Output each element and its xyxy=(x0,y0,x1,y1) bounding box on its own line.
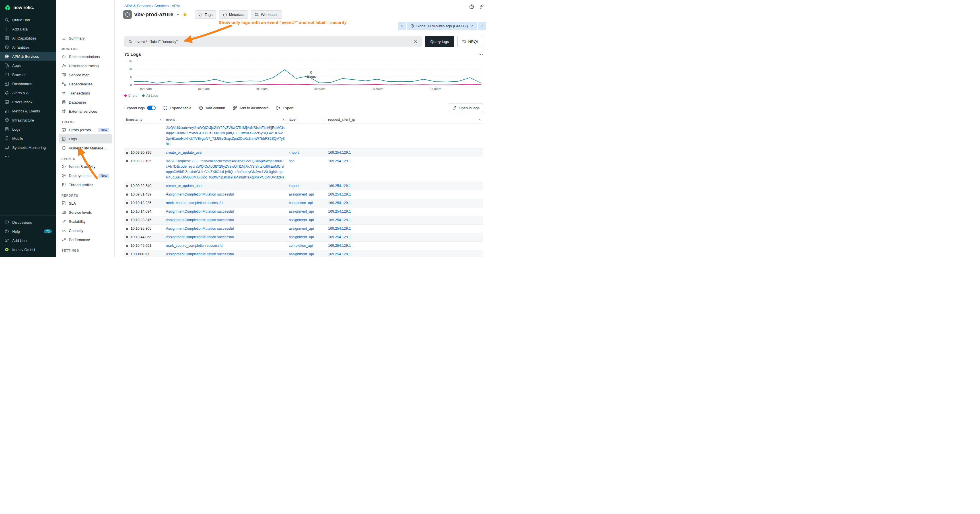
clear-query-icon[interactable] xyxy=(414,40,418,44)
event-link[interactable]: create_or_update_user xyxy=(166,184,203,188)
event-link[interactable]: mark_course_completion successful xyxy=(166,243,223,248)
remove-column-icon[interactable] xyxy=(321,118,325,121)
global-nav-item-alerts-ai[interactable]: Alerts & AI xyxy=(0,88,56,97)
log-row[interactable]: 10:10:44.066AssignmentCompletionMutation… xyxy=(124,233,483,242)
sidebar-item-recommendations[interactable]: Recommendations xyxy=(59,52,112,61)
log-query-input[interactable]: event:* -"label":"security" xyxy=(124,36,422,47)
label-link[interactable]: assignment_api xyxy=(289,193,314,196)
query-logs-button[interactable]: Query logs xyxy=(425,36,454,47)
workloads-button[interactable]: Workloads xyxy=(251,10,282,19)
new-relic-logo[interactable]: new relic. xyxy=(0,0,56,15)
column-header-request-client-ip[interactable]: request_client_ip xyxy=(326,115,483,124)
log-row[interactable]: 10:09:22.196<ASGIRequest: GET '/sso/call… xyxy=(124,157,483,182)
global-nav-item-apps[interactable]: Apps xyxy=(0,61,56,70)
help-circle-icon[interactable] xyxy=(469,4,474,10)
label-link[interactable]: import xyxy=(289,151,299,154)
sidebar-item-errors-errors-inb[interactable]: Errors (errors inb...New xyxy=(59,125,112,134)
label-link[interactable]: assignment_api xyxy=(289,252,314,256)
log-row[interactable]: 10:11:00.311AssignmentCompletionMutation… xyxy=(124,250,483,257)
global-nav-item-iterativ-gmbh[interactable]: Iterativ GmbH xyxy=(0,245,56,254)
global-nav-item-dashboards[interactable]: Dashboards xyxy=(0,79,56,88)
log-row[interactable]: 10:10:13.235mark_course_completion succe… xyxy=(124,199,483,207)
ip-link[interactable]: 169.254.129.1 xyxy=(328,184,351,188)
global-nav-item-metrics-events[interactable]: Metrics & Events xyxy=(0,107,56,116)
log-row[interactable]: 10:10:49.051mark_course_completion succe… xyxy=(124,242,483,250)
legend-item-all-logs[interactable]: All Logs xyxy=(142,94,158,97)
global-nav-item-apm-services[interactable]: APM & Services xyxy=(0,52,56,61)
log-row[interactable]: 10:10:14.094AssignmentCompletionMutation… xyxy=(124,207,483,216)
sidebar-item-dependencies[interactable]: Dependencies xyxy=(59,80,112,89)
favorite-star-icon[interactable] xyxy=(182,12,188,17)
event-link[interactable]: AssignmentCompletionMutation successful xyxy=(166,252,234,256)
global-nav-item-more[interactable] xyxy=(0,152,56,161)
ip-link[interactable]: 169.254.129.1 xyxy=(328,201,351,205)
global-nav-item-mobile[interactable]: Mobile xyxy=(0,134,56,143)
label-link[interactable]: assignment_api xyxy=(289,235,314,239)
global-nav-item-help[interactable]: Help70 xyxy=(0,227,56,236)
event-link[interactable]: AssignmentCompletionMutation successful xyxy=(166,193,234,196)
label-link[interactable]: completion_api xyxy=(289,243,313,248)
ip-link[interactable]: 169.254.129.1 xyxy=(328,243,351,248)
sidebar-item-performance[interactable]: Performance xyxy=(59,235,112,244)
time-range-button[interactable]: Since 30 minutes ago (GMT+2) xyxy=(407,22,477,30)
sidebar-item-distributed-tracing[interactable]: Distributed tracing xyxy=(59,61,112,70)
add-column-button[interactable]: Add column xyxy=(199,106,225,110)
ip-link[interactable]: 169.254.129.1 xyxy=(328,159,351,163)
global-nav-item-synthetic-monitoring[interactable]: Synthetic Monitoring xyxy=(0,143,56,152)
expand-table-button[interactable]: Expand table xyxy=(163,106,191,110)
remove-column-icon[interactable] xyxy=(478,118,482,121)
metadata-button[interactable]: Metadata xyxy=(219,10,248,19)
ip-link[interactable]: 169.254.129.1 xyxy=(328,151,351,154)
ip-link[interactable]: 169.254.129.1 xyxy=(328,235,351,239)
ip-link[interactable]: 169.254.129.1 xyxy=(328,210,351,213)
log-row[interactable]: JUQVU&code=eyJraWQiOiJjcGltY29yZV8wOTl1M… xyxy=(124,124,483,148)
label-link[interactable]: sso xyxy=(289,159,294,163)
log-row[interactable]: 10:09:31.439AssignmentCompletionMutation… xyxy=(124,190,483,199)
event-link[interactable]: AssignmentCompletionMutation successful xyxy=(166,235,234,239)
event-link[interactable]: create_or_update_user xyxy=(166,151,203,154)
nrql-button[interactable]: NRQL xyxy=(457,36,483,47)
sidebar-item-external-services[interactable]: External services xyxy=(59,107,112,116)
sidebar-item-service-map[interactable]: Service map xyxy=(59,70,112,80)
more-options-icon[interactable] xyxy=(478,52,483,57)
time-forward-button[interactable] xyxy=(478,22,486,30)
sidebar-item-sla[interactable]: SLA xyxy=(59,199,112,208)
label-link[interactable]: assignment_api xyxy=(289,218,314,222)
label-link[interactable]: completion_api xyxy=(289,201,313,205)
remove-column-icon[interactable] xyxy=(159,118,162,121)
remove-column-icon[interactable] xyxy=(282,118,285,121)
ip-link[interactable]: 169.254.129.1 xyxy=(328,193,351,196)
log-row[interactable]: 10:09:22.540create_or_update_userimport1… xyxy=(124,182,483,190)
sidebar-item-databases[interactable]: Databases xyxy=(59,98,112,107)
global-nav-item-discussions[interactable]: Discussions xyxy=(0,218,56,227)
event-link[interactable]: mark_course_completion successful xyxy=(166,201,223,205)
column-header-event[interactable]: event xyxy=(164,115,287,124)
global-nav-item-add-user[interactable]: Add User xyxy=(0,236,56,245)
event-link[interactable]: AssignmentCompletionMutation successful xyxy=(166,218,234,222)
ip-link[interactable]: 169.254.129.1 xyxy=(328,252,351,256)
label-link[interactable]: import xyxy=(289,184,299,188)
event-link[interactable]: AssignmentCompletionMutation successful xyxy=(166,210,234,213)
column-header-label[interactable]: label xyxy=(287,115,326,124)
open-in-logs-button[interactable]: Open in logs xyxy=(449,103,483,112)
sidebar-item-summary[interactable]: Summary xyxy=(59,33,112,43)
sidebar-item-service-levels[interactable]: Service levels xyxy=(59,208,112,217)
entity-switcher-caret-icon[interactable] xyxy=(176,13,180,16)
log-row[interactable]: 10:09:20.895create_or_update_userimport1… xyxy=(124,148,483,157)
ip-link[interactable]: 169.254.129.1 xyxy=(328,226,351,231)
ip-link[interactable]: 169.254.129.1 xyxy=(328,218,351,222)
event-link[interactable]: <ASGIRequest: GET '/sso/callback/?state=… xyxy=(166,159,284,179)
label-link[interactable]: assignment_api xyxy=(289,226,314,231)
export-button[interactable]: Export xyxy=(276,106,294,110)
column-header-timestamp[interactable]: timestamp xyxy=(124,115,164,124)
breadcrumb-apm-services[interactable]: APM & Services xyxy=(124,4,151,8)
label-link[interactable]: assignment_api xyxy=(289,210,314,213)
global-nav-item-all-entities[interactable]: All Entities xyxy=(0,43,56,52)
time-back-button[interactable] xyxy=(398,22,406,30)
sidebar-item-capacity[interactable]: Capacity xyxy=(59,226,112,235)
log-row[interactable]: 10:10:23.815AssignmentCompletionMutation… xyxy=(124,216,483,224)
event-link[interactable]: AssignmentCompletionMutation successful xyxy=(166,226,234,231)
global-nav-item-all-capabilities[interactable]: All Capabilities xyxy=(0,33,56,43)
expand-logs-toggle[interactable] xyxy=(147,106,156,110)
sidebar-item-logs[interactable]: Logs xyxy=(59,134,112,143)
